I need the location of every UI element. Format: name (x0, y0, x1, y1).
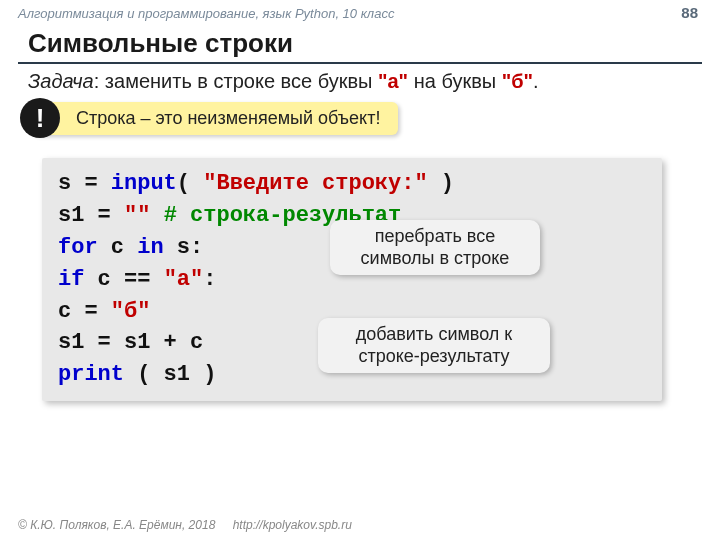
task-letter-a: "а" (378, 70, 408, 92)
footer: © К.Ю. Поляков, Е.А. Ерёмин, 2018 http:/… (18, 518, 352, 532)
callout-iterate: перебрать все символы в строке (330, 220, 540, 275)
slide-title: Символьные строки (28, 28, 293, 59)
course-header: Алгоритмизация и программирование, язык … (18, 6, 702, 21)
task-end: . (533, 70, 539, 92)
task-body-2: на буквы (408, 70, 502, 92)
task-label: Задача (28, 70, 94, 92)
task-body-1: : заменить в строке все буквы (94, 70, 378, 92)
exclamation-icon: ! (20, 98, 60, 138)
alert-box: Строка – это неизменяемый объект! (32, 102, 398, 135)
callout-append: добавить символ к строке-результату (318, 318, 550, 373)
page-number: 88 (681, 4, 698, 21)
task-text: Задача: заменить в строке все буквы "а" … (28, 70, 539, 93)
footer-url: http://kpolyakov.spb.ru (233, 518, 352, 532)
alert-text: Строка – это неизменяемый объект! (76, 108, 380, 128)
title-underline (18, 62, 702, 64)
footer-copyright: © К.Ю. Поляков, Е.А. Ерёмин, 2018 (18, 518, 215, 532)
task-letter-b: "б" (502, 70, 533, 92)
code-line-1: s = input( "Введите строку:" ) (58, 168, 646, 200)
